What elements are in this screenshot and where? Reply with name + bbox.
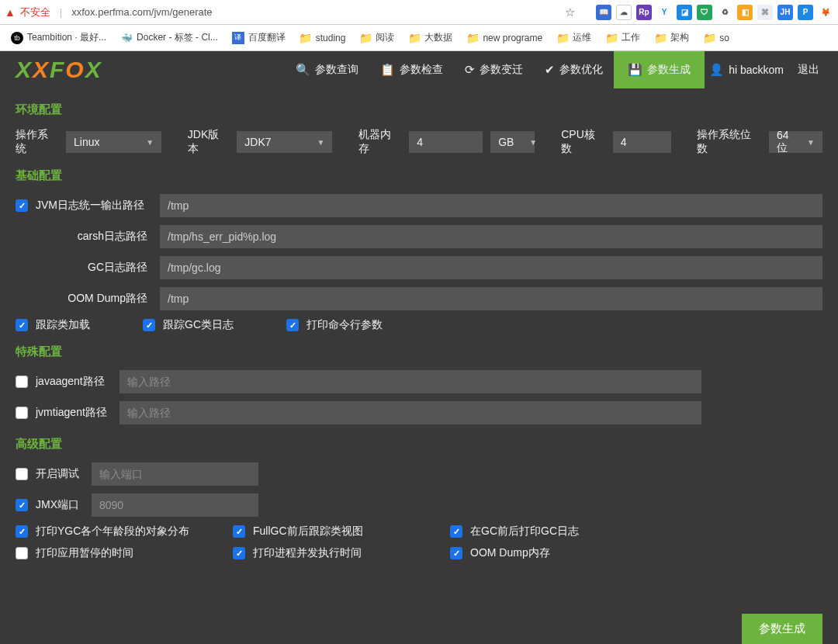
- bookmark-item[interactable]: 📁so: [697, 32, 736, 44]
- nav-param-query[interactable]: 🔍参数查询: [285, 51, 369, 88]
- mem-input[interactable]: [409, 131, 483, 153]
- oom-label: OOM Dump路径: [36, 292, 152, 306]
- bookmark-item[interactable]: 📁运维: [550, 31, 597, 44]
- ext-icon-orange[interactable]: ◧: [737, 5, 753, 20]
- recycle-icon[interactable]: ♻: [717, 5, 732, 20]
- debug-checkbox[interactable]: [16, 468, 28, 480]
- cloud-icon[interactable]: ☁: [616, 5, 632, 20]
- javaagent-input[interactable]: [119, 370, 701, 393]
- tb-icon: tb: [11, 32, 23, 44]
- section-env-title: 环境配置: [16, 102, 822, 117]
- chevron-down-icon: ▼: [146, 138, 154, 147]
- ext-icon-jh[interactable]: JH: [777, 5, 793, 20]
- ext-icon-fox[interactable]: 🦊: [818, 5, 833, 20]
- gc-label: GC日志路径: [36, 261, 152, 275]
- mem-label: 机器内存: [358, 128, 401, 156]
- logpath-checkbox[interactable]: ✓: [16, 199, 28, 212]
- javaagent-label: javaagent路径: [36, 375, 112, 389]
- nav-param-optimize[interactable]: ✔参数优化: [534, 51, 614, 88]
- trace-class-checkbox[interactable]: ✓: [16, 319, 28, 331]
- chevron-down-icon: ▼: [807, 138, 815, 147]
- url-text[interactable]: xxfox.perfma.com/jvm/generate: [71, 6, 212, 18]
- crash-label: carsh日志路径: [36, 230, 152, 244]
- jmx-input[interactable]: [92, 493, 258, 517]
- print-flags-checkbox[interactable]: ✓: [286, 319, 299, 331]
- jvmti-input[interactable]: [119, 401, 701, 424]
- nav-logout[interactable]: 退出: [795, 51, 822, 88]
- crash-input[interactable]: [160, 225, 822, 248]
- cpu-input[interactable]: [613, 131, 671, 153]
- bookmarks-bar: tbTeambition · 最好... 🐳Docker - 标签 - Cl..…: [0, 25, 838, 51]
- ext-icon-grey[interactable]: ⌘: [757, 5, 773, 20]
- refresh-icon: ⟳: [465, 63, 475, 77]
- nav-param-generate[interactable]: 💾参数生成: [614, 51, 705, 88]
- bookmark-item[interactable]: tbTeambition · 最好...: [5, 31, 113, 44]
- print-flags-label: 打印命令行参数: [306, 318, 383, 332]
- mem-unit-select[interactable]: GB▼: [490, 131, 535, 153]
- search-icon: 🔍: [296, 63, 310, 77]
- adv-cb-3[interactable]: [16, 547, 28, 559]
- insecure-icon: ▲: [5, 6, 16, 19]
- ext-icon-blue[interactable]: ◪: [677, 5, 692, 20]
- docker-icon: 🐳: [120, 32, 133, 44]
- ext-icon-p[interactable]: P: [798, 5, 813, 20]
- nav-param-check[interactable]: 📋参数检查: [369, 51, 454, 88]
- trace-gc-checkbox[interactable]: ✓: [143, 319, 155, 331]
- javaagent-checkbox[interactable]: [16, 376, 28, 388]
- ext-icon-rp[interactable]: Rp: [636, 5, 652, 20]
- star-icon[interactable]: ☆: [562, 5, 577, 20]
- nav-user[interactable]: 👤hi backkom: [705, 51, 795, 88]
- top-nav: XXFOX 🔍参数查询 📋参数检查 ⟳参数变迁 ✔参数优化 💾参数生成 👤hi …: [0, 51, 838, 88]
- ext-icon-y[interactable]: Y: [656, 5, 672, 20]
- folder-icon: 📁: [466, 32, 479, 44]
- bookmark-item[interactable]: 📁架构: [648, 31, 695, 44]
- nav-param-change[interactable]: ⟳参数变迁: [454, 51, 534, 88]
- shield-icon[interactable]: 🛡: [697, 5, 712, 20]
- section-base-title: 基础配置: [16, 168, 822, 183]
- adv-cb-5[interactable]: ✓: [450, 547, 462, 559]
- bookmark-item[interactable]: 🐳Docker - 标签 - Cl...: [114, 31, 224, 44]
- chevron-down-icon: ▼: [529, 138, 537, 147]
- bookmark-item[interactable]: 📁阅读: [353, 31, 400, 44]
- adv-cb-2[interactable]: ✓: [450, 525, 462, 538]
- jmx-label: JMX端口: [36, 498, 84, 512]
- folder-icon: 📁: [556, 32, 569, 44]
- debug-input[interactable]: [92, 462, 258, 486]
- save-icon: 💾: [628, 63, 642, 77]
- bookmark-item[interactable]: 📁工作: [599, 31, 646, 44]
- os-label: 操作系统: [16, 128, 58, 156]
- bits-label: 操作系统位数: [697, 128, 760, 156]
- folder-icon: 📁: [703, 32, 715, 44]
- adv-cb-0[interactable]: ✓: [16, 525, 28, 538]
- adv-cb-4[interactable]: ✓: [233, 547, 245, 559]
- logpath-input[interactable]: [160, 194, 822, 217]
- user-icon: 👤: [709, 63, 724, 77]
- gc-input[interactable]: [160, 256, 822, 279]
- ext-icon-1[interactable]: 📖: [596, 5, 611, 20]
- generate-button[interactable]: 参数生成: [742, 614, 822, 644]
- bookmark-item[interactable]: 📁studing: [293, 32, 352, 44]
- folder-icon: 📁: [605, 32, 618, 44]
- adv-cb-1[interactable]: ✓: [233, 525, 245, 538]
- os-select[interactable]: Linux▼: [66, 131, 161, 153]
- jdk-label: JDK版本: [188, 128, 229, 156]
- logo[interactable]: XXFOX: [16, 57, 102, 83]
- oom-input[interactable]: [160, 287, 822, 310]
- cpu-label: CPU核数: [561, 128, 605, 156]
- baidu-icon: 译: [232, 32, 244, 44]
- bookmark-item[interactable]: 📁大数据: [402, 31, 459, 44]
- bookmark-item[interactable]: 📁new programe: [460, 32, 549, 44]
- jvmti-label: jvmtiagent路径: [36, 406, 112, 420]
- section-adv-title: 高级配置: [16, 437, 822, 452]
- url-separator: |: [60, 6, 62, 18]
- chevron-down-icon: ▼: [317, 138, 324, 147]
- clipboard-icon: 📋: [380, 63, 395, 77]
- debug-label: 开启调试: [36, 467, 84, 481]
- jdk-select[interactable]: JDK7▼: [237, 131, 332, 153]
- bits-select[interactable]: 64位▼: [769, 131, 822, 153]
- folder-icon: 📁: [359, 32, 372, 44]
- bookmark-item[interactable]: 译百度翻译: [226, 31, 292, 44]
- check-icon: ✔: [545, 63, 555, 77]
- jmx-checkbox[interactable]: ✓: [16, 499, 28, 511]
- jvmti-checkbox[interactable]: [16, 407, 28, 419]
